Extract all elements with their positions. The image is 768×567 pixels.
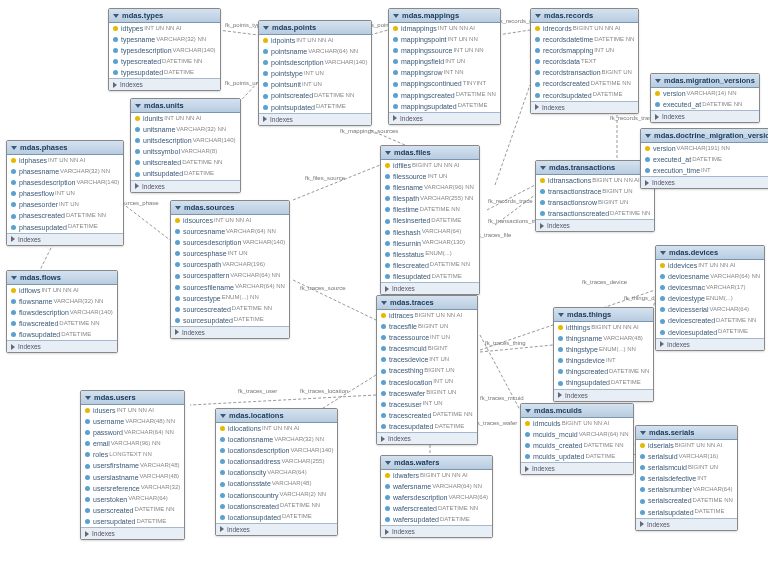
column-row[interactable]: typesname VARCHAR(32) NN [109, 34, 220, 45]
table-header[interactable]: mdas.units [131, 99, 240, 113]
column-row[interactable]: recordscreated DATETIME NN [531, 78, 638, 89]
column-row[interactable]: phasesflow INT UN [7, 188, 123, 199]
column-row[interactable]: unitssymbol VARCHAR(8) [131, 146, 240, 157]
column-row[interactable]: idfiles BIGINT UN NN AI [381, 160, 479, 171]
column-row[interactable]: locationsupdated DATETIME [216, 512, 337, 523]
column-row[interactable]: idmcuids BIGINT UN NN AI [521, 418, 633, 429]
column-row[interactable]: sourcespath VARCHAR(196) [171, 259, 289, 270]
column-row[interactable]: mappingssource INT UN NN [389, 45, 500, 56]
column-row[interactable]: sourcesname VARCHAR(64) NN [171, 226, 289, 237]
table-points[interactable]: mdas.pointsidpoints INT UN NN AIpointsna… [258, 20, 372, 126]
column-row[interactable]: idunits INT UN NN AI [131, 113, 240, 124]
column-row[interactable]: unitsname VARCHAR(32) NN [131, 124, 240, 135]
column-row[interactable]: filessource INT UN [381, 171, 479, 182]
column-row[interactable]: executed_at DATETIME NN [651, 99, 759, 110]
column-row[interactable]: pointsname VARCHAR(64) NN [259, 46, 371, 57]
column-row[interactable]: typescreated DATETIME NN [109, 56, 220, 67]
indexes-section[interactable]: Indexes [381, 525, 492, 537]
column-row[interactable]: tracescreated DATETIME NN [377, 410, 477, 421]
column-row[interactable]: tracesuser INT UN [377, 399, 477, 410]
column-row[interactable]: recordsupdated DATETIME [531, 90, 638, 101]
indexes-section[interactable]: Indexes [651, 110, 759, 122]
indexes-section[interactable]: Indexes [171, 326, 289, 338]
column-row[interactable]: idtraces BIGINT UN NN AI [377, 310, 477, 321]
indexes-section[interactable]: Indexes [521, 462, 633, 474]
column-row[interactable]: thingsname VARCHAR(48) [554, 333, 653, 344]
column-row[interactable]: thingstype ENUM(...) NN [554, 344, 653, 355]
column-row[interactable]: idphases INT UN NN AI [7, 155, 123, 166]
column-row[interactable]: flowsname VARCHAR(32) NN [7, 296, 117, 307]
column-row[interactable]: idwafers BIGINT UN NN AI [381, 470, 492, 481]
column-row[interactable]: typesdescription VARCHAR(140) [109, 45, 220, 56]
column-row[interactable]: mcuids_updated DATETIME [521, 451, 633, 462]
indexes-section[interactable]: Indexes [389, 112, 500, 124]
column-row[interactable]: userscreated DATETIME NN [81, 505, 184, 516]
column-row[interactable]: mappingsfield INT UN [389, 56, 500, 67]
column-row[interactable]: wafersdescription VARCHAR(64) [381, 492, 492, 503]
column-row[interactable]: traceswafer BIGINT UN [377, 388, 477, 399]
table-mappings[interactable]: mdas.mappingsidmappings INT UN NN AImapp… [388, 8, 501, 125]
indexes-section[interactable]: Indexes [259, 113, 371, 125]
column-row[interactable]: mappingscreated DATETIME NN [389, 90, 500, 101]
column-row[interactable]: sourcesphase INT UN [171, 248, 289, 259]
indexes-section[interactable]: Indexes [81, 527, 184, 539]
column-row[interactable]: mcuids_mcuid VARCHAR(64) NN [521, 429, 633, 440]
indexes-section[interactable]: Indexes [554, 389, 653, 401]
column-row[interactable]: mappingspoint INT UN NN [389, 34, 500, 45]
column-row[interactable]: locationsname VARCHAR(32) NN [216, 434, 337, 445]
column-row[interactable]: devicescreated DATETIME NN [656, 315, 764, 326]
column-row[interactable]: recordsdatetime DATETIME NN [531, 34, 638, 45]
column-row[interactable]: idserials BIGINT UN NN AI [636, 440, 737, 451]
table-header[interactable]: mdas.devices [656, 246, 764, 260]
column-row[interactable]: idsources INT UN NN AI [171, 215, 289, 226]
column-row[interactable]: tracesfile BIGINT UN [377, 321, 477, 332]
table-header[interactable]: mdas.users [81, 391, 184, 405]
table-header[interactable]: mdas.doctrine_migration_versions [641, 129, 768, 143]
column-row[interactable]: devicestype ENUM(...) [656, 293, 764, 304]
table-phases[interactable]: mdas.phasesidphases INT UN NN AIphasesna… [6, 140, 124, 246]
indexes-section[interactable]: Indexes [7, 340, 117, 352]
column-row[interactable]: locationsstate VARCHAR(48) [216, 478, 337, 489]
column-row[interactable]: version VARCHAR(191) NN [641, 143, 768, 154]
column-row[interactable]: locationscreated DATETIME NN [216, 501, 337, 512]
indexes-section[interactable]: Indexes [536, 219, 654, 231]
column-row[interactable]: filescreated DATETIME NN [381, 260, 479, 271]
column-row[interactable]: sourcescreated DATETIME NN [171, 304, 289, 315]
column-row[interactable]: tracesmcuid BIGINT [377, 343, 477, 354]
table-header[interactable]: mdas.phases [7, 141, 123, 155]
column-row[interactable]: flowsupdated DATETIME [7, 329, 117, 340]
column-row[interactable]: unitscreated DATETIME NN [131, 157, 240, 168]
table-wafers[interactable]: mdas.wafersidwafers BIGINT UN NN AIwafer… [380, 455, 493, 538]
column-row[interactable]: typesupdated DATETIME [109, 67, 220, 78]
column-row[interactable]: serialsdefective INT [636, 473, 737, 484]
column-row[interactable]: thingscreated DATETIME NN [554, 366, 653, 377]
table-header[interactable]: mdas.mappings [389, 9, 500, 23]
column-row[interactable]: sourcesfilename VARCHAR(64) NN [171, 282, 289, 293]
column-row[interactable]: idrecords BIGINT UN NN AI [531, 23, 638, 34]
column-row[interactable]: idtransactions BIGINT UN NN AI [536, 175, 654, 186]
column-row[interactable]: filesupdated DATETIME [381, 271, 479, 282]
column-row[interactable]: serialsupdated DATETIME [636, 507, 737, 518]
column-row[interactable]: transactionsrow BIGINT UN [536, 197, 654, 208]
table-types[interactable]: mdas.typesidtypes INT UN NN AItypesname … [108, 8, 221, 91]
column-row[interactable]: recordsmapping INT UN [531, 45, 638, 56]
column-row[interactable]: devicesupdated DATETIME [656, 327, 764, 338]
table-doctrine_migration_versions[interactable]: mdas.doctrine_migration_versionsversion … [640, 128, 768, 189]
column-row[interactable]: wafersupdated DATETIME [381, 514, 492, 525]
indexes-section[interactable]: Indexes [531, 101, 638, 113]
table-files[interactable]: mdas.filesidfiles BIGINT UN NN AIfilesso… [380, 145, 480, 295]
column-row[interactable]: idusers INT UN NN AI [81, 405, 184, 416]
column-row[interactable]: sourcesdescription VARCHAR(140) [171, 237, 289, 248]
column-row[interactable]: phasesname VARCHAR(32) NN [7, 166, 123, 177]
column-row[interactable]: wafersname VARCHAR(64) NN [381, 481, 492, 492]
table-users[interactable]: mdas.usersidusers INT UN NN AIusername V… [80, 390, 185, 540]
column-row[interactable]: locationsaddress VARCHAR(255) [216, 456, 337, 467]
indexes-section[interactable]: Indexes [636, 518, 737, 530]
column-row[interactable]: phasescreated DATETIME NN [7, 210, 123, 221]
indexes-section[interactable]: Indexes [216, 523, 337, 535]
column-row[interactable]: username VARCHAR(48) NN [81, 416, 184, 427]
table-migration_versions[interactable]: mdas.migration_versionsversion VARCHAR(1… [650, 73, 760, 123]
table-header[interactable]: mdas.sources [171, 201, 289, 215]
column-row[interactable]: mappingscontinued TINYINT [389, 78, 500, 89]
column-row[interactable]: flowsdescription VARCHAR(140) [7, 307, 117, 318]
